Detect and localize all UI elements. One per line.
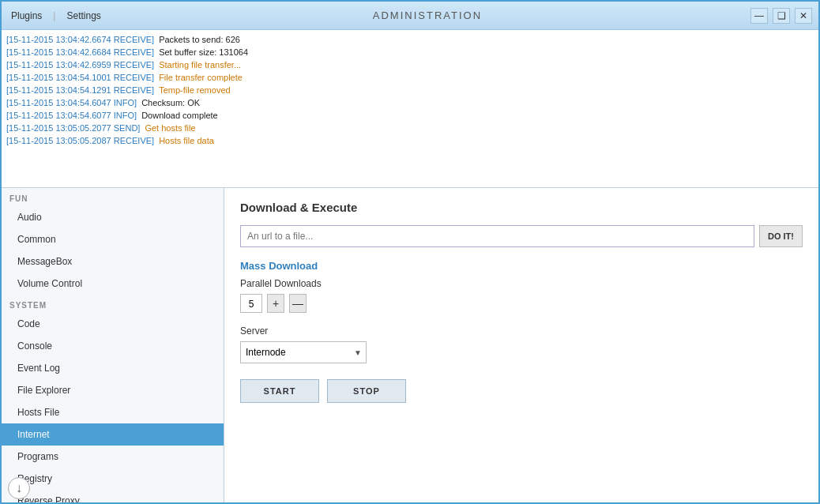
sidebar-item-file-explorer[interactable]: File Explorer [2, 379, 224, 401]
sidebar-item-audio[interactable]: Audio [2, 206, 224, 228]
log-timestamp: [15-11-2015 13:04:54.6077 INFO] [6, 109, 137, 122]
parallel-label: Parallel Downloads [240, 278, 803, 289]
log-line: [15-11-2015 13:04:54.6077 INFO]Download … [6, 109, 814, 122]
maximize-button[interactable]: ❑ [773, 8, 790, 24]
log-message: File transfer complete [159, 71, 243, 84]
sidebar-item-registry[interactable]: Registry [2, 468, 224, 490]
url-row: DO IT! [240, 225, 803, 247]
decrement-button[interactable]: — [289, 294, 307, 313]
right-panel: Download & Execute DO IT! Mass Download … [224, 188, 818, 502]
log-message: Download complete [141, 109, 218, 122]
settings-menu[interactable]: Settings [63, 9, 103, 23]
stop-button[interactable]: STOP [327, 379, 406, 403]
increment-button[interactable]: + [267, 294, 284, 313]
fun-section-label: FUN [2, 188, 224, 206]
log-message: Set buffer size: 131064 [159, 46, 248, 58]
parallel-value: 5 [240, 294, 262, 313]
server-label: Server [240, 325, 803, 337]
system-section-label: SYSTEM [2, 295, 224, 313]
log-message: Get hosts file [145, 122, 195, 134]
main-content: FUN AudioCommonMessageBoxVolume Control … [2, 188, 818, 502]
server-select[interactable]: Internode [240, 341, 367, 363]
panel-title: Download & Execute [240, 201, 803, 214]
main-window: Plugins | Settings ADMINISTRATION — ❑ ✕ … [0, 0, 820, 504]
log-line: [15-11-2015 13:04:54.1291 RECEIVE]Temp-f… [6, 84, 814, 96]
plugins-menu[interactable]: Plugins [8, 9, 45, 23]
parallel-row: 5 + — [240, 294, 803, 313]
titlebar: Plugins | Settings ADMINISTRATION — ❑ ✕ [2, 2, 818, 30]
do-it-button[interactable]: DO IT! [759, 225, 803, 247]
log-message: Checksum: OK [141, 96, 200, 109]
server-select-wrapper: Internode [240, 341, 367, 363]
window-title: ADMINISTRATION [104, 9, 750, 21]
log-line: [15-11-2015 13:04:42.6674 RECEIVE]Packet… [6, 33, 814, 46]
log-message: Temp-file removed [159, 84, 230, 96]
sidebar-item-code[interactable]: Code [2, 313, 224, 335]
url-input[interactable] [240, 225, 754, 247]
scroll-down-button[interactable]: ↓ [8, 477, 30, 499]
log-message: Starting file transfer... [159, 58, 241, 71]
sidebar-item-common[interactable]: Common [2, 228, 224, 250]
sidebar-item-volume-control[interactable]: Volume Control [2, 273, 224, 295]
menu-separator: | [50, 9, 58, 23]
sidebar-item-console[interactable]: Console [2, 335, 224, 357]
sidebar-item-programs[interactable]: Programs [2, 446, 224, 468]
log-line: [15-11-2015 13:05:05.2087 RECEIVE]Hosts … [6, 134, 814, 147]
log-line: [15-11-2015 13:04:54.1001 RECEIVE]File t… [6, 71, 814, 84]
log-timestamp: [15-11-2015 13:04:54.1001 RECEIVE] [6, 71, 154, 84]
titlebar-menu: Plugins | Settings [8, 9, 104, 23]
log-line: [15-11-2015 13:04:42.6684 RECEIVE]Set bu… [6, 46, 814, 58]
log-area: [15-11-2015 13:04:42.6674 RECEIVE]Packet… [2, 30, 818, 188]
log-timestamp: [15-11-2015 13:04:42.6959 RECEIVE] [6, 58, 154, 71]
action-row: START STOP [240, 379, 803, 403]
close-button[interactable]: ✕ [795, 8, 812, 24]
log-timestamp: [15-11-2015 13:05:05.2087 RECEIVE] [6, 134, 154, 147]
log-line: [15-11-2015 13:04:42.6959 RECEIVE]Starti… [6, 58, 814, 71]
log-message: Packets to send: 626 [159, 33, 240, 46]
sidebar-item-messagebox[interactable]: MessageBox [2, 250, 224, 273]
sidebar-item-reverse-proxy[interactable]: Reverse Proxy [2, 490, 224, 502]
log-message: Hosts file data [159, 134, 214, 147]
log-timestamp: [15-11-2015 13:04:42.6684 RECEIVE] [6, 46, 154, 58]
sidebar-item-hosts-file[interactable]: Hosts File [2, 401, 224, 423]
start-button[interactable]: START [240, 379, 319, 403]
log-timestamp: [15-11-2015 13:05:05.2077 SEND] [6, 122, 140, 134]
minimize-button[interactable]: — [750, 8, 768, 24]
log-timestamp: [15-11-2015 13:04:54.1291 RECEIVE] [6, 84, 154, 96]
server-row: Internode [240, 341, 803, 363]
log-timestamp: [15-11-2015 13:04:42.6674 RECEIVE] [6, 33, 154, 46]
sidebar-item-internet[interactable]: Internet [2, 423, 224, 446]
log-line: [15-11-2015 13:04:54.6047 INFO]Checksum:… [6, 96, 814, 109]
sidebar: FUN AudioCommonMessageBoxVolume Control … [2, 188, 224, 502]
window-controls: — ❑ ✕ [750, 8, 812, 24]
sidebar-item-event-log[interactable]: Event Log [2, 357, 224, 379]
log-timestamp: [15-11-2015 13:04:54.6047 INFO] [6, 96, 137, 109]
mass-download-title: Mass Download [240, 260, 803, 272]
log-line: [15-11-2015 13:05:05.2077 SEND]Get hosts… [6, 122, 814, 134]
